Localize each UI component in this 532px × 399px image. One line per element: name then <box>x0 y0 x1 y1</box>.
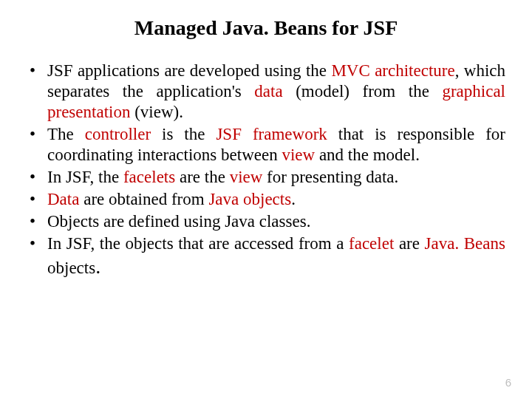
highlight: MVC architecture <box>331 61 454 80</box>
slide-title: Managed Java. Beans for JSF <box>27 16 505 40</box>
text: JSF applications are developed using the <box>47 61 331 80</box>
text: In JSF, the objects that are accessed fr… <box>47 234 349 253</box>
text: . <box>291 190 296 208</box>
text: and the model. <box>315 146 420 164</box>
bullet-item: In JSF, the objects that are accessed fr… <box>27 233 505 279</box>
text: . <box>95 255 100 278</box>
bullet-list: JSF applications are developed using the… <box>27 61 505 280</box>
text: for presenting data. <box>262 168 398 186</box>
highlight: controller <box>85 125 151 143</box>
text: (model) from the <box>283 82 443 100</box>
highlight: view <box>282 146 315 164</box>
text: are obtained from <box>79 190 208 208</box>
bullet-item: The controller is the JSF framework that… <box>27 124 505 166</box>
text: (view). <box>130 103 183 121</box>
text: In JSF, the <box>47 168 123 186</box>
highlight: facelet <box>349 234 394 253</box>
bullet-item: Data are obtained from Java objects. <box>27 189 505 210</box>
highlight: facelets <box>123 168 175 186</box>
bullet-item: Objects are defined using Java classes. <box>27 211 505 232</box>
highlight: Data <box>47 190 79 208</box>
highlight: Java objects <box>208 190 291 208</box>
highlight: view <box>230 168 263 186</box>
highlight: JSF framework <box>216 125 327 143</box>
bullet-item: JSF applications are developed using the… <box>27 61 505 123</box>
text: are <box>394 234 424 253</box>
page-number: 6 <box>505 376 511 389</box>
highlight: data <box>254 82 282 100</box>
text: are the <box>175 168 229 186</box>
text: Objects are defined using Java classes. <box>47 212 310 231</box>
text: objects <box>47 259 95 277</box>
bullet-item: In JSF, the facelets are the view for pr… <box>27 167 505 188</box>
text: The <box>47 125 85 143</box>
highlight: Java. Beans <box>425 234 505 253</box>
text: is the <box>151 125 216 143</box>
